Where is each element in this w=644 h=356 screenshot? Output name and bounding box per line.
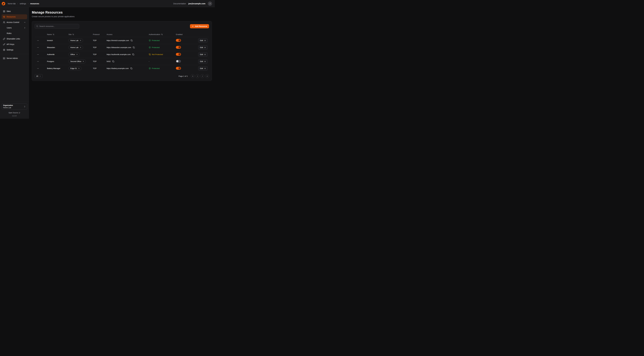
- edit-button[interactable]: Edit: [198, 45, 208, 50]
- chevron-right-icon: [202, 75, 203, 77]
- edit-button[interactable]: Edit: [198, 66, 208, 70]
- app-shell: Sites Resources Access Control Users Rol…: [0, 7, 215, 119]
- sidebar-item-roles[interactable]: Roles: [2, 31, 27, 36]
- site-name: Edge 01: [70, 68, 77, 70]
- sidebar-item-sites[interactable]: Sites: [2, 9, 27, 14]
- external-link-icon: [19, 112, 20, 114]
- protocol-value: TCP: [93, 46, 106, 48]
- edit-button[interactable]: Edit: [198, 52, 208, 56]
- card-toolbar: Add Resource: [35, 24, 209, 28]
- row-menu-button[interactable]: [36, 60, 40, 63]
- sort-name-header[interactable]: Name: [47, 34, 68, 36]
- sidebar-item-label: Server Admin: [6, 57, 18, 59]
- search-input[interactable]: [39, 25, 78, 27]
- chevrons-left-icon: [192, 75, 194, 77]
- add-resource-button[interactable]: Add Resource: [190, 24, 209, 28]
- first-page-button[interactable]: [191, 74, 194, 78]
- site-link[interactable]: Second Office: [68, 60, 86, 63]
- site-link[interactable]: Office: [68, 52, 80, 56]
- user-avatar[interactable]: J: [208, 2, 212, 6]
- protocol-value: TCP: [93, 60, 106, 62]
- enabled-toggle[interactable]: [176, 53, 181, 56]
- breadcrumb-settings[interactable]: settings: [20, 2, 26, 5]
- resource-name: Postgres: [47, 60, 68, 62]
- table-footer: 20 Page 1 of 1: [35, 74, 209, 78]
- copy-icon[interactable]: [112, 60, 114, 63]
- shield-check-icon: [149, 46, 151, 48]
- open-source-link[interactable]: Open Source: [2, 112, 27, 114]
- waypoints-icon: [3, 16, 5, 18]
- edit-button[interactable]: Edit: [198, 59, 208, 64]
- sidebar-item-label: Roles: [7, 32, 12, 34]
- add-resource-label: Add Resource: [195, 25, 207, 27]
- next-page-button[interactable]: [200, 74, 204, 78]
- search-icon: [36, 25, 38, 27]
- site-name: Office: [70, 54, 75, 56]
- page-size-select[interactable]: 20: [35, 74, 43, 78]
- sidebar-item-settings[interactable]: Settings: [2, 48, 27, 52]
- page-subtitle: Create secure proxies to your private ap…: [32, 16, 212, 18]
- arrow-right-icon: [204, 68, 206, 70]
- table-row: Postgres Second Office TCP 5432 - Edit: [35, 58, 209, 65]
- pangolin-logo[interactable]: [2, 2, 5, 6]
- enabled-toggle[interactable]: [176, 67, 181, 70]
- sort-icon: [53, 34, 54, 35]
- enabled-toggle[interactable]: [176, 60, 181, 63]
- resource-name: Authentik: [47, 54, 68, 56]
- copy-icon[interactable]: [132, 46, 135, 49]
- site-name: Home Lab: [70, 40, 78, 42]
- row-menu-button[interactable]: [36, 46, 40, 50]
- site-link[interactable]: Home Lab: [68, 46, 83, 50]
- site-name: Second Office: [70, 60, 81, 62]
- toggle-knob: [178, 46, 180, 48]
- last-page-button[interactable]: [205, 74, 209, 78]
- site-link[interactable]: Home Lab: [68, 38, 83, 42]
- breadcrumb-home[interactable]: home-lab: [8, 2, 16, 5]
- row-menu-button[interactable]: [36, 52, 40, 56]
- arrow-right-icon: [204, 40, 206, 42]
- sidebar-item-label: Users: [7, 27, 12, 29]
- organization-label: Organization: [3, 104, 13, 106]
- auth-status: Not Protected: [149, 54, 176, 56]
- previous-page-button[interactable]: [196, 74, 199, 78]
- copy-icon[interactable]: [132, 53, 134, 56]
- sidebar: Sites Resources Access Control Users Rol…: [0, 7, 29, 119]
- breadcrumb: home-lab settings resources: [8, 2, 39, 5]
- sort-authentication-header[interactable]: Authentication: [149, 34, 176, 36]
- sidebar-item-shareable-links[interactable]: Shareable Links: [2, 36, 27, 41]
- site-link[interactable]: Edge 01: [68, 66, 82, 70]
- table-row: Battery Manager Edge 01 TCP https://batt…: [35, 65, 209, 72]
- chevron-right-icon: [24, 27, 26, 29]
- protocol-value: TCP: [93, 54, 106, 56]
- sort-icon: [72, 34, 74, 35]
- sort-icon: [161, 34, 163, 35]
- site-name: Home Lab: [70, 46, 78, 48]
- sort-site-header[interactable]: Site: [68, 34, 93, 36]
- arrow-up-right-icon: [78, 68, 80, 69]
- organization-value: Home Lab: [3, 106, 13, 108]
- sidebar-item-api-keys[interactable]: API Keys: [2, 42, 27, 47]
- access-url: 5432: [106, 60, 110, 62]
- row-menu-button[interactable]: [36, 39, 40, 42]
- enabled-toggle[interactable]: [176, 46, 181, 49]
- table-row: Authentik Office TCP https://authentik.e…: [35, 51, 209, 58]
- auth-status: -: [149, 60, 176, 62]
- sidebar-item-resources[interactable]: Resources: [2, 14, 27, 19]
- toggle-knob: [178, 39, 180, 41]
- copy-icon[interactable]: [130, 67, 133, 70]
- protocol-value: TCP: [93, 68, 106, 70]
- sidebar-item-server-admin[interactable]: Server Admin: [2, 56, 27, 61]
- server-icon: [3, 57, 5, 60]
- shield-off-icon: [149, 54, 151, 56]
- edit-button[interactable]: Edit: [198, 38, 208, 42]
- row-menu-button[interactable]: [36, 66, 40, 70]
- sidebar-item-users[interactable]: Users: [2, 25, 27, 30]
- documentation-link[interactable]: Documentation: [173, 2, 186, 5]
- sidebar-item-access-control[interactable]: Access Control: [2, 20, 27, 25]
- organization-selector[interactable]: Organization Home Lab: [2, 103, 27, 110]
- copy-icon[interactable]: [130, 39, 133, 42]
- topbar-left: home-lab settings resources: [2, 2, 39, 6]
- enabled-toggle[interactable]: [176, 39, 181, 42]
- avatar-initial: J: [210, 2, 210, 4]
- access-url: https://authentik.example.com: [106, 54, 131, 56]
